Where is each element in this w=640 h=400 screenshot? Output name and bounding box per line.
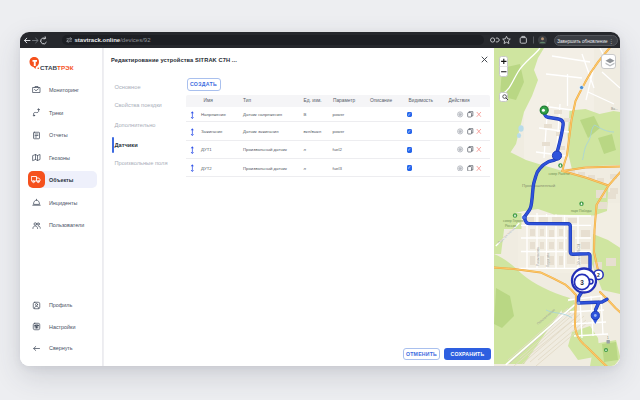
svg-text:ТРЭК: ТРЭК <box>57 63 74 70</box>
svg-text:Ва...: Ва... <box>611 107 618 111</box>
svg-text:сквер Ракеты: сквер Ракеты <box>548 172 570 176</box>
svg-text:сквер Героев: сквер Героев <box>503 219 524 223</box>
svg-text:Пирогова: Пирогова <box>545 253 549 267</box>
svg-text:России: России <box>505 224 516 228</box>
svg-text:парк Победы: парк Победы <box>571 209 592 213</box>
svg-text:Рогожникова: Рогожникова <box>536 247 540 266</box>
svg-text:3: 3 <box>580 279 584 286</box>
svg-text:2: 2 <box>597 272 600 278</box>
svg-text:Промышленный: Промышленный <box>522 183 556 188</box>
svg-text:СТАВ: СТАВ <box>40 63 58 70</box>
